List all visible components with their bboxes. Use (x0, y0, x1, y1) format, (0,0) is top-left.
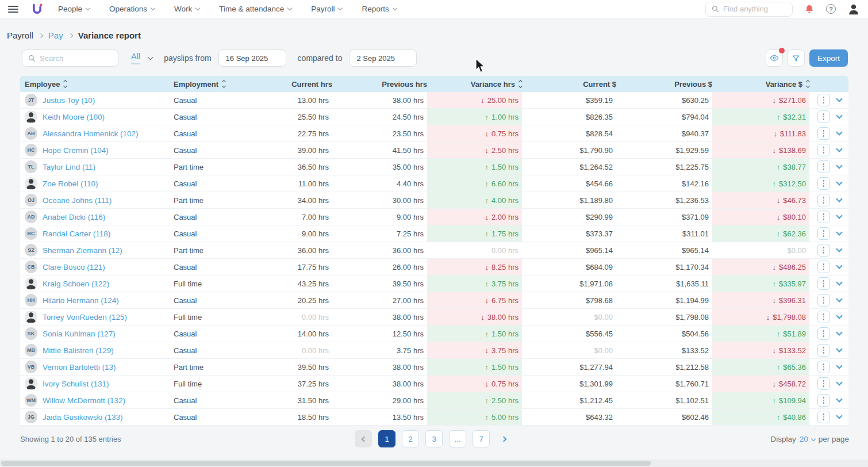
row-menu-button[interactable] (817, 110, 830, 123)
row-menu-button[interactable] (817, 377, 830, 390)
row-expand-chevron-icon[interactable] (836, 95, 842, 102)
nav-item-work[interactable]: Work (174, 5, 199, 13)
column-visibility-button[interactable] (766, 49, 783, 67)
employee-name-link[interactable]: Justus Toy (10) (43, 96, 95, 105)
user-avatar[interactable] (847, 3, 860, 16)
column-header-employment[interactable]: Employment (172, 80, 253, 89)
row-expand-chevron-icon[interactable] (836, 412, 842, 419)
row-menu-button[interactable] (817, 311, 830, 323)
per-page-dropdown[interactable]: 20 (800, 435, 815, 443)
employee-name-link[interactable]: Jaida Gusikowski (133) (43, 413, 123, 422)
to-date-input[interactable] (349, 49, 417, 67)
row-expand-chevron-icon[interactable] (836, 346, 842, 352)
variance-arrow-icon: ↑ (777, 413, 781, 422)
row-expand-chevron-icon[interactable] (836, 162, 842, 169)
variance-amount-cell: ↓ $396.31 (712, 292, 809, 308)
employee-name-link[interactable]: Ivory Schulist (131) (43, 380, 109, 388)
pagination-page-1[interactable]: 1 (378, 430, 395, 447)
nav-item-reports[interactable]: Reports (362, 5, 396, 13)
pagination-page-3[interactable]: 3 (425, 430, 443, 447)
employee-name-link[interactable]: Randal Carter (118) (43, 229, 110, 238)
employee-name-link[interactable]: Hope Cremin (104) (43, 146, 109, 155)
row-menu-button[interactable] (817, 160, 830, 173)
row-expand-chevron-icon[interactable] (836, 379, 842, 385)
employee-name-link[interactable]: Clare Bosco (121) (43, 263, 105, 271)
row-menu-button[interactable] (817, 344, 830, 357)
row-menu-button[interactable] (817, 127, 830, 140)
row-menu-button[interactable] (817, 244, 830, 257)
employee-name-link[interactable]: Taylor Lind (11) (43, 163, 95, 171)
pagination-page-7[interactable]: 7 (473, 430, 490, 447)
breadcrumb-item[interactable]: Pay (48, 30, 63, 40)
row-expand-chevron-icon[interactable] (836, 246, 842, 252)
row-menu-button[interactable] (817, 94, 830, 106)
employee-name-link[interactable]: Oceane Johns (111) (43, 196, 112, 205)
app-logo[interactable] (31, 3, 43, 15)
row-menu-button[interactable] (817, 294, 830, 307)
row-menu-button[interactable] (817, 210, 830, 223)
employment-cell: Part time (172, 242, 253, 258)
filter-button[interactable] (788, 49, 805, 67)
row-expand-chevron-icon[interactable] (836, 112, 842, 118)
row-expand-chevron-icon[interactable] (836, 279, 842, 285)
row-expand-chevron-icon[interactable] (836, 296, 842, 302)
row-expand-chevron-icon[interactable] (836, 196, 842, 202)
nav-item-payroll[interactable]: Payroll (311, 5, 342, 13)
row-menu-button[interactable] (817, 361, 830, 373)
row-menu-button[interactable] (817, 227, 830, 240)
employee-name-link[interactable]: Willow McDermott (132) (43, 396, 125, 405)
employee-name-link[interactable]: Sonia Kuhlman (127) (43, 330, 116, 338)
row-menu-button[interactable] (817, 194, 830, 206)
column-header-employee[interactable]: Employee (20, 80, 172, 89)
employee-name-link[interactable]: Alessandra Homenick (102) (43, 129, 139, 138)
employee-name-link[interactable]: Zoe Robel (110) (43, 179, 98, 188)
row-expand-chevron-icon[interactable] (836, 212, 842, 219)
pagination-next-button[interactable] (496, 430, 513, 447)
row-menu-button[interactable] (817, 177, 830, 190)
employee-name-link[interactable]: Keith Moore (100) (43, 113, 105, 121)
nav-item-time-attendance[interactable]: Time & attendance (219, 5, 291, 13)
pagination-page-2[interactable]: 2 (402, 430, 419, 447)
column-header-variance-hrs[interactable]: Variance hrs (427, 80, 522, 89)
row-menu-button[interactable] (817, 327, 830, 340)
global-search[interactable] (705, 2, 793, 17)
row-expand-chevron-icon[interactable] (836, 396, 842, 402)
row-menu-button[interactable] (817, 277, 830, 290)
horizontal-scrollbar[interactable] (0, 460, 868, 467)
row-menu-button[interactable] (817, 394, 830, 407)
scrollbar-thumb[interactable] (1, 461, 651, 466)
global-search-input[interactable] (723, 5, 786, 13)
row-expand-chevron-icon[interactable] (836, 329, 842, 335)
employee-name-link[interactable]: Vernon Bartoletti (13) (43, 363, 116, 372)
row-expand-chevron-icon[interactable] (836, 362, 842, 369)
employee-name-link[interactable]: Anabel Dicki (116) (43, 213, 105, 221)
pagination-prev-button[interactable] (355, 430, 372, 447)
employee-name-link[interactable]: Torrey VonRueden (125) (43, 313, 127, 321)
nav-item-operations[interactable]: Operations (109, 5, 155, 13)
export-button[interactable]: Export (809, 49, 848, 67)
from-date-input[interactable] (218, 49, 286, 67)
row-expand-chevron-icon[interactable] (836, 129, 842, 135)
help-icon[interactable] (826, 4, 836, 14)
row-menu-button[interactable] (817, 411, 830, 423)
row-expand-chevron-icon[interactable] (836, 146, 842, 152)
row-menu-button[interactable] (817, 261, 830, 273)
row-expand-chevron-icon[interactable] (836, 312, 842, 319)
row-expand-chevron-icon[interactable] (836, 179, 842, 185)
notifications-bell-icon[interactable] (804, 4, 815, 14)
employee-name-link[interactable]: Sherman Ziemann (12) (43, 246, 122, 255)
table-search[interactable] (22, 49, 118, 67)
scope-dropdown[interactable]: All (131, 52, 152, 64)
employee-name-link[interactable]: Mittie Balistreri (129) (43, 346, 114, 355)
employee-name-link[interactable]: Hilario Hermann (124) (43, 296, 119, 305)
row-expand-chevron-icon[interactable] (836, 229, 842, 235)
row-menu-button[interactable] (817, 144, 830, 156)
employee-name-link[interactable]: Kraig Schoen (122) (43, 280, 109, 288)
hamburger-menu-icon[interactable] (8, 6, 18, 13)
row-expand-chevron-icon[interactable] (836, 262, 842, 269)
column-header-variance-[interactable]: Variance $ (712, 80, 809, 89)
pagination-ellipsis[interactable]: ... (449, 430, 466, 447)
table-search-input[interactable] (40, 54, 109, 63)
breadcrumb-item[interactable]: Payroll (7, 30, 33, 40)
nav-item-people[interactable]: People (58, 5, 90, 13)
